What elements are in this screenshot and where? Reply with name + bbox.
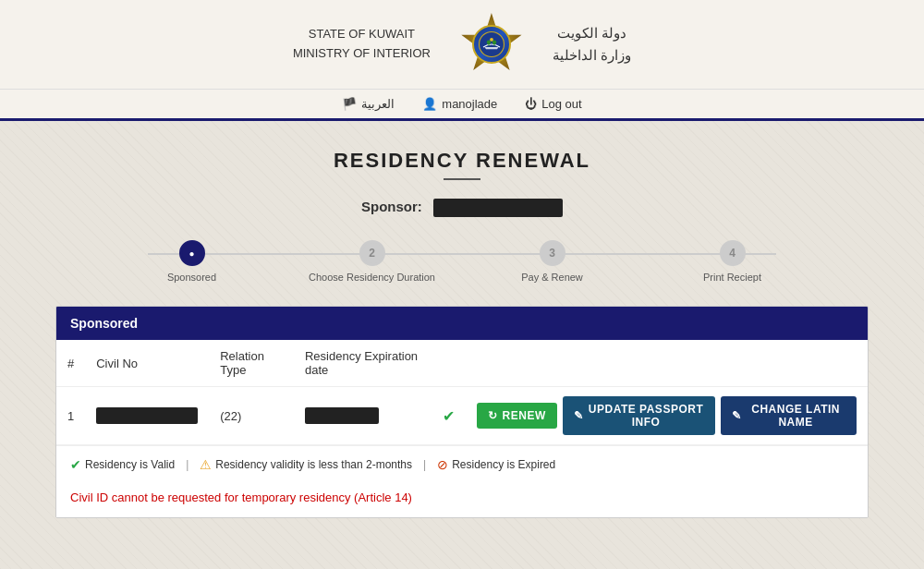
update-passport-button[interactable]: ✎ UPDATE PASSPORT INFO xyxy=(563,396,715,435)
civil-id-masked xyxy=(96,407,198,424)
language-switcher[interactable]: 🏴 العربية xyxy=(342,97,395,111)
sponsor-value xyxy=(433,199,563,217)
logout-label: Log out xyxy=(541,97,581,111)
step-4-label: Print Reciept xyxy=(703,272,761,283)
step-2-number: 2 xyxy=(369,247,375,260)
legend-warning: ⚠ Residency validity is less than 2-mont… xyxy=(200,457,412,472)
step-3-circle: 3 xyxy=(540,240,565,266)
step-1-circle: ● xyxy=(179,240,205,266)
step-2-label: Choose Residency Duration xyxy=(309,272,435,283)
renew-button[interactable]: ↻ RENEW xyxy=(477,403,557,429)
header-left-text: STATE OF KUWAIT MINISTRY OF INTERIOR xyxy=(293,25,431,64)
step-2: 2 Choose Residency Duration xyxy=(282,240,462,283)
refresh-icon: ↻ xyxy=(488,409,498,422)
expiry-date-masked xyxy=(305,407,379,424)
warning-icon: ⚠ xyxy=(200,457,212,472)
step-4: 4 Print Reciept xyxy=(642,240,822,283)
org-name-en-line1: STATE OF KUWAIT xyxy=(293,25,431,44)
logo-inner-circle xyxy=(472,25,511,64)
user-icon: 👤 xyxy=(422,97,437,111)
table-section-title: Sponsored xyxy=(70,316,138,331)
valid-icon: ✔ xyxy=(70,457,81,472)
step-4-circle: 4 xyxy=(720,240,746,266)
header-top: STATE OF KUWAIT MINISTRY OF INTERIOR xyxy=(0,11,924,89)
edit-icon: ✎ xyxy=(574,409,584,422)
valid-check-icon: ✔ xyxy=(443,408,455,424)
logo xyxy=(458,11,525,78)
legend-warning-label: Residency validity is less than 2-months xyxy=(215,458,412,471)
table-header-row: # Civil No Relation Type Residency Expir… xyxy=(56,340,868,387)
step-1-inner: ● xyxy=(188,248,194,259)
logo-emblem xyxy=(478,30,505,58)
table-row: 1 (22) ✔ xyxy=(56,387,868,445)
page-title: RESIDENCY RENEWAL xyxy=(55,149,869,173)
step-2-circle: 2 xyxy=(359,240,385,266)
page-header: STATE OF KUWAIT MINISTRY OF INTERIOR xyxy=(0,0,924,121)
main-content: RESIDENCY RENEWAL Sponsor: ● Sponsored 2… xyxy=(37,121,887,546)
org-name-en-line2: MINISTRY OF INTERIOR xyxy=(293,44,431,64)
col-expiry-date: Residency Expiration date xyxy=(294,340,432,387)
step-3-number: 3 xyxy=(549,247,555,260)
error-text: Civil ID cannot be requested for tempora… xyxy=(70,490,412,504)
logout-icon: ⏻ xyxy=(525,97,537,111)
separator-1: | xyxy=(186,458,188,471)
change-latin-button[interactable]: ✎ CHANGE LATIN NAME xyxy=(721,396,857,435)
sponsor-label: Sponsor: xyxy=(361,199,422,214)
col-civil-no: Civil No xyxy=(85,340,209,387)
logout-button[interactable]: ⏻ Log out xyxy=(525,97,581,111)
action-buttons-group: ↻ RENEW ✎ UPDATE PASSPORT INFO ✎ CHANGE … xyxy=(477,396,857,435)
expired-icon: ⊘ xyxy=(437,457,448,472)
separator-2: | xyxy=(423,458,426,471)
org-name-ar-line2: وزارة الداخلية xyxy=(553,44,631,67)
col-actions xyxy=(466,340,868,387)
row-actions: ↻ RENEW ✎ UPDATE PASSPORT INFO ✎ CHANGE … xyxy=(466,387,868,445)
svg-point-3 xyxy=(487,41,492,45)
step-1: ● Sponsored xyxy=(102,240,282,283)
row-expiry-date xyxy=(294,387,432,445)
step-3: 3 Pay & Renew xyxy=(462,240,642,283)
row-status-check: ✔ xyxy=(432,387,466,445)
table-section-header: Sponsored xyxy=(56,307,868,340)
legend-row: ✔ Residency is Valid | ⚠ Residency valid… xyxy=(56,445,868,483)
person-icon: ✎ xyxy=(732,409,742,422)
col-status xyxy=(432,340,466,387)
legend-valid: ✔ Residency is Valid xyxy=(70,457,175,472)
step-3-label: Pay & Renew xyxy=(521,272,583,283)
steps-container: ● Sponsored 2 Choose Residency Duration … xyxy=(55,240,869,283)
username-label: manojlade xyxy=(442,97,497,111)
language-label: العربية xyxy=(361,97,395,111)
step-4-number: 4 xyxy=(729,247,736,260)
legend-valid-label: Residency is Valid xyxy=(85,458,175,471)
table-body: 1 (22) ✔ xyxy=(56,387,868,445)
change-latin-label: CHANGE LATIN NAME xyxy=(746,403,845,429)
title-underline xyxy=(444,178,480,180)
col-number: # xyxy=(56,340,85,387)
header-right-text: دولة الكويت وزارة الداخلية xyxy=(553,22,631,67)
svg-point-5 xyxy=(490,38,493,42)
flag-icon: 🏴 xyxy=(342,97,357,111)
step-1-label: Sponsored xyxy=(167,272,216,283)
error-message: Civil ID cannot be requested for tempora… xyxy=(56,483,868,517)
user-menu[interactable]: 👤 manojlade xyxy=(422,97,497,111)
row-civil-no xyxy=(85,387,209,445)
row-relation-type: (22) xyxy=(209,387,294,445)
table-content: # Civil No Relation Type Residency Expir… xyxy=(56,340,868,517)
org-name-ar-line1: دولة الكويت xyxy=(553,22,631,44)
col-relation-type: Relation Type xyxy=(209,340,294,387)
update-passport-label: UPDATE PASSPORT INFO xyxy=(588,403,704,429)
row-number: 1 xyxy=(56,387,85,445)
sponsored-table-wrapper: Sponsored # Civil No Relation Type Resid… xyxy=(55,306,869,518)
sponsored-data-table: # Civil No Relation Type Residency Expir… xyxy=(56,340,868,445)
sponsor-row: Sponsor: xyxy=(55,199,869,217)
table-head: # Civil No Relation Type Residency Expir… xyxy=(56,340,868,387)
legend-expired-label: Residency is Expired xyxy=(452,458,555,471)
nav-bar: 🏴 العربية 👤 manojlade ⏻ Log out xyxy=(0,89,924,118)
svg-point-4 xyxy=(492,41,497,45)
legend-expired: ⊘ Residency is Expired xyxy=(437,457,555,472)
renew-label: RENEW xyxy=(503,409,546,422)
